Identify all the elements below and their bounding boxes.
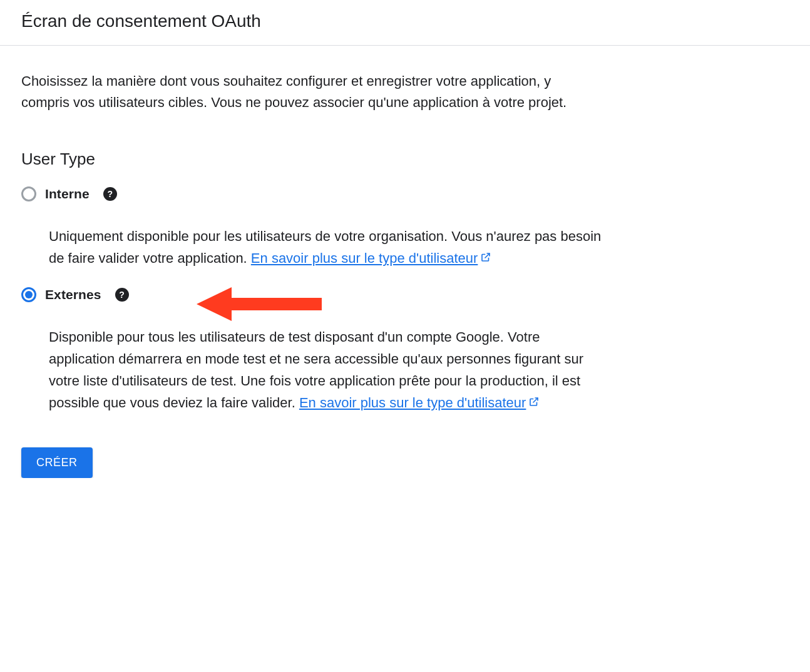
radio-row-externes: Externes ? xyxy=(21,287,605,302)
external-link-icon xyxy=(480,250,491,268)
external-link-icon xyxy=(528,395,540,413)
radio-row-interne: Interne ? xyxy=(21,186,605,201)
intro-text: Choisissez la manière dont vous souhaite… xyxy=(21,71,597,113)
option-desc-interne: Uniquement disponible pour les utilisate… xyxy=(49,225,605,269)
radio-externes[interactable] xyxy=(21,287,36,302)
help-icon[interactable]: ? xyxy=(103,187,117,201)
user-type-option-externes: Externes ? Disponible pour tous les util… xyxy=(21,287,605,414)
link-text-interne: En savoir plus sur le type d'utilisateur xyxy=(251,250,478,266)
radio-interne[interactable] xyxy=(21,186,36,201)
option-desc-externes: Disponible pour tous les utilisateurs de… xyxy=(49,326,605,414)
learn-more-link-externes[interactable]: En savoir plus sur le type d'utilisateur xyxy=(299,395,540,410)
radio-label-interne: Interne xyxy=(45,186,90,201)
content-area: Choisissez la manière dont vous souhaite… xyxy=(0,46,626,478)
page-title: Écran de consentement OAuth xyxy=(0,0,810,45)
user-type-heading: User Type xyxy=(21,150,605,169)
help-icon[interactable]: ? xyxy=(115,288,129,302)
user-type-option-interne: Interne ? Uniquement disponible pour les… xyxy=(21,186,605,269)
radio-label-externes: Externes xyxy=(45,287,101,302)
learn-more-link-interne[interactable]: En savoir plus sur le type d'utilisateur xyxy=(251,250,491,266)
link-text-externes: En savoir plus sur le type d'utilisateur xyxy=(299,395,526,410)
create-button-wrap: CRÉER xyxy=(21,447,605,478)
create-button[interactable]: CRÉER xyxy=(21,447,93,478)
